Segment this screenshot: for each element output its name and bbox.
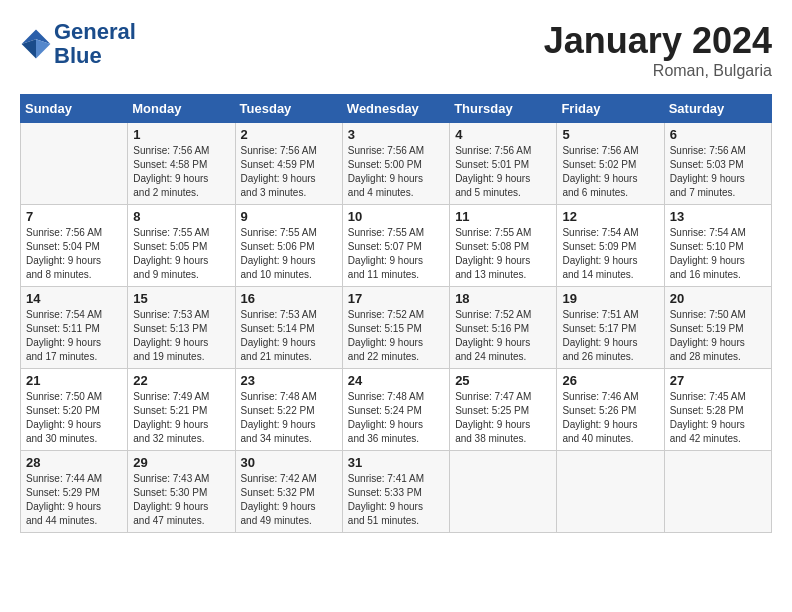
- day-number: 8: [133, 209, 229, 224]
- day-cell: 13Sunrise: 7:54 AMSunset: 5:10 PMDayligh…: [664, 205, 771, 287]
- day-cell: 1Sunrise: 7:56 AMSunset: 4:58 PMDaylight…: [128, 123, 235, 205]
- day-info: Sunrise: 7:53 AMSunset: 5:14 PMDaylight:…: [241, 308, 337, 364]
- calendar-body: 1Sunrise: 7:56 AMSunset: 4:58 PMDaylight…: [21, 123, 772, 533]
- day-cell: 16Sunrise: 7:53 AMSunset: 5:14 PMDayligh…: [235, 287, 342, 369]
- location: Roman, Bulgaria: [544, 62, 772, 80]
- header-cell-wednesday: Wednesday: [342, 95, 449, 123]
- day-number: 14: [26, 291, 122, 306]
- calendar-header: SundayMondayTuesdayWednesdayThursdayFrid…: [21, 95, 772, 123]
- day-number: 26: [562, 373, 658, 388]
- day-number: 2: [241, 127, 337, 142]
- day-info: Sunrise: 7:48 AMSunset: 5:24 PMDaylight:…: [348, 390, 444, 446]
- day-cell: 17Sunrise: 7:52 AMSunset: 5:15 PMDayligh…: [342, 287, 449, 369]
- day-number: 16: [241, 291, 337, 306]
- day-number: 25: [455, 373, 551, 388]
- day-cell: 21Sunrise: 7:50 AMSunset: 5:20 PMDayligh…: [21, 369, 128, 451]
- day-cell: 29Sunrise: 7:43 AMSunset: 5:30 PMDayligh…: [128, 451, 235, 533]
- day-info: Sunrise: 7:55 AMSunset: 5:08 PMDaylight:…: [455, 226, 551, 282]
- day-info: Sunrise: 7:43 AMSunset: 5:30 PMDaylight:…: [133, 472, 229, 528]
- day-number: 23: [241, 373, 337, 388]
- day-number: 24: [348, 373, 444, 388]
- week-row-1: 7Sunrise: 7:56 AMSunset: 5:04 PMDaylight…: [21, 205, 772, 287]
- day-info: Sunrise: 7:46 AMSunset: 5:26 PMDaylight:…: [562, 390, 658, 446]
- week-row-4: 28Sunrise: 7:44 AMSunset: 5:29 PMDayligh…: [21, 451, 772, 533]
- day-info: Sunrise: 7:51 AMSunset: 5:17 PMDaylight:…: [562, 308, 658, 364]
- day-cell: 27Sunrise: 7:45 AMSunset: 5:28 PMDayligh…: [664, 369, 771, 451]
- day-cell: 20Sunrise: 7:50 AMSunset: 5:19 PMDayligh…: [664, 287, 771, 369]
- day-number: 5: [562, 127, 658, 142]
- day-cell: 23Sunrise: 7:48 AMSunset: 5:22 PMDayligh…: [235, 369, 342, 451]
- logo-icon: [20, 28, 52, 60]
- day-number: 4: [455, 127, 551, 142]
- day-cell: 4Sunrise: 7:56 AMSunset: 5:01 PMDaylight…: [450, 123, 557, 205]
- header-cell-sunday: Sunday: [21, 95, 128, 123]
- day-number: 13: [670, 209, 766, 224]
- day-cell: [557, 451, 664, 533]
- day-info: Sunrise: 7:55 AMSunset: 5:07 PMDaylight:…: [348, 226, 444, 282]
- day-info: Sunrise: 7:56 AMSunset: 4:59 PMDaylight:…: [241, 144, 337, 200]
- day-info: Sunrise: 7:44 AMSunset: 5:29 PMDaylight:…: [26, 472, 122, 528]
- calendar-table: SundayMondayTuesdayWednesdayThursdayFrid…: [20, 94, 772, 533]
- day-info: Sunrise: 7:56 AMSunset: 4:58 PMDaylight:…: [133, 144, 229, 200]
- day-number: 6: [670, 127, 766, 142]
- day-info: Sunrise: 7:54 AMSunset: 5:10 PMDaylight:…: [670, 226, 766, 282]
- day-cell: 15Sunrise: 7:53 AMSunset: 5:13 PMDayligh…: [128, 287, 235, 369]
- day-cell: 5Sunrise: 7:56 AMSunset: 5:02 PMDaylight…: [557, 123, 664, 205]
- logo: General Blue: [20, 20, 136, 68]
- day-info: Sunrise: 7:56 AMSunset: 5:04 PMDaylight:…: [26, 226, 122, 282]
- logo-text: General Blue: [54, 20, 136, 68]
- day-cell: 11Sunrise: 7:55 AMSunset: 5:08 PMDayligh…: [450, 205, 557, 287]
- day-info: Sunrise: 7:42 AMSunset: 5:32 PMDaylight:…: [241, 472, 337, 528]
- day-number: 9: [241, 209, 337, 224]
- week-row-2: 14Sunrise: 7:54 AMSunset: 5:11 PMDayligh…: [21, 287, 772, 369]
- day-info: Sunrise: 7:50 AMSunset: 5:20 PMDaylight:…: [26, 390, 122, 446]
- page: General Blue January 2024 Roman, Bulgari…: [0, 0, 792, 543]
- day-info: Sunrise: 7:56 AMSunset: 5:01 PMDaylight:…: [455, 144, 551, 200]
- day-cell: 6Sunrise: 7:56 AMSunset: 5:03 PMDaylight…: [664, 123, 771, 205]
- day-cell: [450, 451, 557, 533]
- day-number: 20: [670, 291, 766, 306]
- header-cell-saturday: Saturday: [664, 95, 771, 123]
- logo-line2: Blue: [54, 44, 136, 68]
- day-cell: 25Sunrise: 7:47 AMSunset: 5:25 PMDayligh…: [450, 369, 557, 451]
- day-cell: 14Sunrise: 7:54 AMSunset: 5:11 PMDayligh…: [21, 287, 128, 369]
- day-info: Sunrise: 7:56 AMSunset: 5:03 PMDaylight:…: [670, 144, 766, 200]
- day-cell: 2Sunrise: 7:56 AMSunset: 4:59 PMDaylight…: [235, 123, 342, 205]
- day-cell: 19Sunrise: 7:51 AMSunset: 5:17 PMDayligh…: [557, 287, 664, 369]
- day-cell: 12Sunrise: 7:54 AMSunset: 5:09 PMDayligh…: [557, 205, 664, 287]
- day-cell: 7Sunrise: 7:56 AMSunset: 5:04 PMDaylight…: [21, 205, 128, 287]
- day-info: Sunrise: 7:49 AMSunset: 5:21 PMDaylight:…: [133, 390, 229, 446]
- day-info: Sunrise: 7:56 AMSunset: 5:00 PMDaylight:…: [348, 144, 444, 200]
- day-number: 30: [241, 455, 337, 470]
- header-cell-monday: Monday: [128, 95, 235, 123]
- day-info: Sunrise: 7:41 AMSunset: 5:33 PMDaylight:…: [348, 472, 444, 528]
- day-info: Sunrise: 7:56 AMSunset: 5:02 PMDaylight:…: [562, 144, 658, 200]
- header-cell-friday: Friday: [557, 95, 664, 123]
- day-cell: [664, 451, 771, 533]
- day-cell: 26Sunrise: 7:46 AMSunset: 5:26 PMDayligh…: [557, 369, 664, 451]
- week-row-3: 21Sunrise: 7:50 AMSunset: 5:20 PMDayligh…: [21, 369, 772, 451]
- day-number: 28: [26, 455, 122, 470]
- day-info: Sunrise: 7:47 AMSunset: 5:25 PMDaylight:…: [455, 390, 551, 446]
- day-cell: [21, 123, 128, 205]
- day-number: 15: [133, 291, 229, 306]
- title-block: January 2024 Roman, Bulgaria: [544, 20, 772, 80]
- day-number: 27: [670, 373, 766, 388]
- month-title: January 2024: [544, 20, 772, 62]
- day-info: Sunrise: 7:54 AMSunset: 5:11 PMDaylight:…: [26, 308, 122, 364]
- day-number: 21: [26, 373, 122, 388]
- day-number: 29: [133, 455, 229, 470]
- day-info: Sunrise: 7:52 AMSunset: 5:15 PMDaylight:…: [348, 308, 444, 364]
- day-number: 17: [348, 291, 444, 306]
- day-cell: 22Sunrise: 7:49 AMSunset: 5:21 PMDayligh…: [128, 369, 235, 451]
- day-cell: 24Sunrise: 7:48 AMSunset: 5:24 PMDayligh…: [342, 369, 449, 451]
- day-info: Sunrise: 7:48 AMSunset: 5:22 PMDaylight:…: [241, 390, 337, 446]
- week-row-0: 1Sunrise: 7:56 AMSunset: 4:58 PMDaylight…: [21, 123, 772, 205]
- day-number: 1: [133, 127, 229, 142]
- day-number: 22: [133, 373, 229, 388]
- day-info: Sunrise: 7:50 AMSunset: 5:19 PMDaylight:…: [670, 308, 766, 364]
- day-cell: 9Sunrise: 7:55 AMSunset: 5:06 PMDaylight…: [235, 205, 342, 287]
- day-info: Sunrise: 7:53 AMSunset: 5:13 PMDaylight:…: [133, 308, 229, 364]
- header-cell-tuesday: Tuesday: [235, 95, 342, 123]
- day-number: 3: [348, 127, 444, 142]
